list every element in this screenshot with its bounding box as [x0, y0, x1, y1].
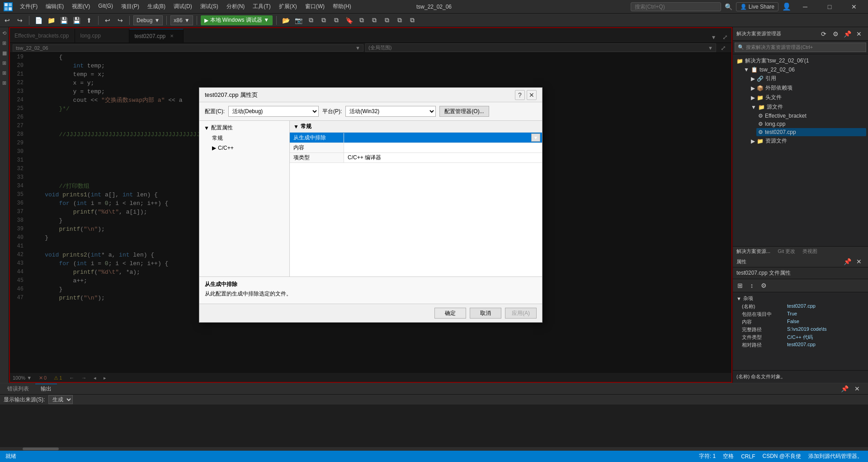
btm-pin-button[interactable]: 📌 — [839, 383, 850, 394]
publish-button[interactable]: ⬆ — [84, 15, 94, 26]
back-button[interactable]: ↩ — [2, 15, 13, 26]
pp-close-button[interactable]: ✕ — [854, 256, 864, 267]
apply-button[interactable]: 应用(A) — [505, 308, 537, 319]
tree-effective[interactable]: ⚙ Effective_bracket — [756, 112, 866, 120]
toolbar-btn-9[interactable]: ⧉ — [331, 15, 342, 26]
tree-source-files[interactable]: ▼ 📁 源文件 — [749, 102, 866, 112]
se-pin-button[interactable]: 📌 — [842, 29, 853, 39]
menu-window[interactable]: 窗口(W) — [302, 2, 328, 11]
debug-config-dropdown[interactable]: Debug ▼ — [133, 15, 163, 25]
open-button[interactable]: 📁 — [46, 15, 57, 26]
sidebar-icon-3[interactable]: ▦ — [0, 49, 9, 57]
sidebar-icon-5[interactable]: ⊞ — [0, 69, 9, 77]
forward-button[interactable]: ↪ — [14, 15, 25, 26]
pp-pin-button[interactable]: 📌 — [842, 256, 853, 267]
pp-toolbar-btn-1[interactable]: ⊞ — [735, 280, 745, 291]
global-search-input[interactable] — [631, 2, 721, 11]
toolbar-btn-14[interactable]: ⧉ — [407, 15, 418, 26]
sidebar-icon-1[interactable]: ⟲ — [0, 29, 9, 37]
output-source-select[interactable]: 生成 — [48, 395, 73, 404]
modal-close-button[interactable]: ✕ — [527, 90, 537, 100]
close-button[interactable]: ✕ — [844, 0, 864, 14]
sidebar-icon-6[interactable]: ⊞ — [0, 79, 9, 87]
menu-build[interactable]: 生成(B) — [144, 2, 169, 11]
cancel-button[interactable]: 取消 — [470, 308, 501, 319]
toolbar-btn-8[interactable]: ⧉ — [318, 15, 329, 26]
tree-project[interactable]: ▼ 📋 tsw_22_02_06 — [742, 66, 866, 74]
bookmark-button[interactable]: 🔖 — [344, 15, 354, 26]
menu-tools[interactable]: 工具(T) — [249, 2, 274, 11]
status-encoding[interactable]: CRLF — [739, 453, 757, 460]
se-sync-button[interactable]: ⟳ — [818, 29, 829, 39]
status-spacing[interactable]: 空格 — [721, 452, 736, 460]
bottom-scrollbar[interactable] — [0, 447, 868, 451]
btm-tab-errors[interactable]: 错误列表 — [2, 384, 34, 394]
sidebar-icon-2[interactable]: ⊞ — [0, 39, 9, 47]
redo-button[interactable]: ↪ — [115, 15, 126, 26]
sidebar-icon-4[interactable]: ⊞ — [0, 59, 9, 67]
toolbar-btn-7[interactable]: ⧉ — [306, 15, 316, 26]
tree-test0207[interactable]: ⚙ test0207.cpp — [756, 128, 866, 136]
se-tab-solution[interactable]: 解决方案资源... — [733, 247, 774, 256]
menu-analyze[interactable]: 分析(N) — [223, 2, 249, 11]
pp-toolbar-btn-3[interactable]: ⚙ — [758, 280, 769, 291]
menu-help[interactable]: 帮助(H) — [329, 2, 355, 11]
menu-file[interactable]: 文件(F) — [16, 2, 41, 11]
status-ready[interactable]: 就绪 — [4, 452, 18, 460]
pp-toolbar-btn-2[interactable]: ↕ — [746, 280, 757, 291]
live-share-button[interactable]: 👤 Live Share — [736, 2, 778, 11]
platform-dropdown[interactable]: x86 ▼ — [170, 15, 193, 25]
se-close-button[interactable]: ✕ — [854, 29, 864, 39]
tree-resources[interactable]: ▶ 📁 资源文件 — [749, 136, 866, 146]
tree-item-general[interactable]: 常规 — [201, 133, 288, 143]
menu-git[interactable]: Git(G) — [94, 2, 117, 11]
toolbar-btn-10[interactable]: ⧉ — [356, 15, 367, 26]
pp-section-header-misc[interactable]: ▼ 杂项 — [735, 294, 866, 303]
tree-item-cpp[interactable]: ▶ C/C++ — [201, 143, 288, 152]
tree-item-config-props[interactable]: ▼ 配置属性 — [201, 123, 288, 133]
toolbar-btn-11[interactable]: ⧉ — [369, 15, 380, 26]
config-select[interactable]: 活动(Debug) — [228, 106, 319, 117]
maximize-button[interactable]: □ — [819, 0, 840, 14]
section-title: 常规 — [301, 123, 311, 130]
se-tab-class[interactable]: 类视图 — [799, 247, 821, 256]
save-button[interactable]: 💾 — [58, 15, 69, 26]
prop-row-exclude[interactable]: 从生成中排除 ▼ — [290, 133, 542, 143]
menu-edit[interactable]: 编辑(E) — [42, 2, 67, 11]
tree-external-deps[interactable]: ▶ 📦 外部依赖项 — [749, 83, 866, 93]
screenshot-button[interactable]: 📷 — [293, 15, 304, 26]
run-debug-button[interactable]: ▶ 本地 Windows 调试器 ▼ — [201, 15, 273, 25]
menu-test[interactable]: 测试(S) — [197, 2, 222, 11]
menu-view[interactable]: 视图(V) — [68, 2, 94, 11]
platform-select[interactable]: 活动(Win32) — [345, 106, 436, 117]
tree-references[interactable]: ▶ 🔗 引用 — [749, 74, 866, 83]
btm-tab-output[interactable]: 输出 — [35, 384, 57, 394]
status-source-control[interactable]: 添加到源代码管理器。 — [807, 452, 864, 460]
prop-dropdown-btn[interactable]: ▼ — [531, 133, 540, 142]
modal-help-button[interactable]: ? — [515, 90, 525, 100]
prop-row-content[interactable]: 内容 — [290, 143, 542, 153]
btm-close-button[interactable]: ✕ — [852, 383, 863, 394]
user-icon[interactable]: 👤 — [782, 2, 791, 11]
bottom-scrollbar-thumb[interactable] — [23, 448, 59, 450]
toolbar-btn-13[interactable]: ⧉ — [394, 15, 405, 26]
tree-headers[interactable]: ▶ 📁 头文件 — [749, 93, 866, 102]
se-settings-button[interactable]: ⚙ — [830, 29, 841, 39]
menu-project[interactable]: 项目(P) — [118, 2, 143, 11]
undo-button[interactable]: ↩ — [102, 15, 113, 26]
toolbar-btn-12[interactable]: ⧉ — [382, 15, 392, 26]
menu-debug[interactable]: 调试(D) — [170, 2, 196, 11]
new-file-button[interactable]: 📄 — [33, 15, 44, 26]
tree-long-cpp[interactable]: ⚙ long.cpp — [756, 120, 866, 128]
prop-row-type[interactable]: 项类型 C/C++ 编译器 — [290, 153, 542, 163]
config-manager-button[interactable]: 配置管理器(O)... — [439, 106, 489, 117]
open-folder-button[interactable]: 📂 — [280, 15, 291, 26]
menu-extensions[interactable]: 扩展(X) — [275, 2, 301, 11]
svg-rect-1 — [9, 3, 12, 6]
status-char[interactable]: 字符: 1 — [697, 452, 717, 460]
tree-solution[interactable]: 📁 解决方案'tsw_22_02_06'(1 — [735, 56, 866, 66]
se-tab-git[interactable]: Git 更改 — [774, 247, 799, 256]
ok-button[interactable]: 确定 — [434, 308, 466, 319]
minimize-button[interactable]: ─ — [795, 0, 816, 14]
save-all-button[interactable]: 💾 — [71, 15, 82, 26]
